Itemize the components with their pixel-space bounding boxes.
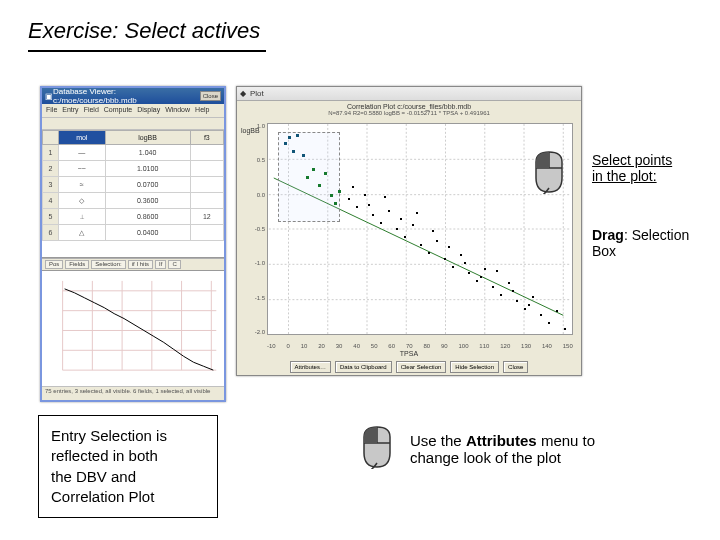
menu-help[interactable]: Help: [195, 106, 209, 117]
selection-box[interactable]: [278, 132, 340, 222]
plotwin-titlebar[interactable]: ◆ Plot: [237, 87, 581, 101]
mouse-icon: [532, 150, 566, 194]
dbv-statusbar: 75 entries, 3 selected, all visible. 6 f…: [42, 386, 224, 398]
clear-selection-button[interactable]: Clear Selection: [396, 361, 447, 373]
menu-display[interactable]: Display: [137, 106, 160, 117]
dbv-col-f3[interactable]: f3: [190, 131, 223, 145]
plot-yticks: 1.0 0.5 0.0 -0.5 -1.0 -1.5 -2.0: [251, 123, 265, 335]
filter-cancel[interactable]: C: [168, 260, 180, 269]
table-row[interactable]: 3≈0.0700: [43, 177, 224, 193]
plotwin-subtitle: Correlation Plot c:/course_files/bbb.mdb: [237, 101, 581, 110]
plot-xlabel: TPSA: [237, 350, 581, 357]
close-icon[interactable]: Close: [200, 91, 221, 101]
table-row[interactable]: 1—1.040: [43, 145, 224, 161]
filter-ifhits[interactable]: if I hits: [128, 260, 153, 269]
table-row[interactable]: 4◇0.3600: [43, 193, 224, 209]
filter-pos[interactable]: Pos: [45, 260, 63, 269]
dbv-miniplot-svg: [42, 271, 224, 386]
table-row[interactable]: 5⟂0.860012: [43, 209, 224, 225]
dbv-miniplot[interactable]: [42, 270, 224, 386]
dbv-titlebar[interactable]: ▣ Database Viewer: c:/moe/course/bbb.mdb…: [42, 88, 224, 104]
table-row[interactable]: 6△0.0400: [43, 225, 224, 241]
dbv-menubar[interactable]: File Entry Field Compute Display Window …: [42, 104, 224, 118]
table-row[interactable]: 2~~1.0100: [43, 161, 224, 177]
dbv-col-idx[interactable]: [43, 131, 59, 145]
plot-canvas[interactable]: [267, 123, 573, 335]
menu-file[interactable]: File: [46, 106, 57, 117]
close-button[interactable]: Close: [503, 361, 528, 373]
correlation-plot-window: ◆ Plot Correlation Plot c:/course_files/…: [236, 86, 582, 376]
slide-title: Exercise: Select actives: [0, 0, 720, 44]
dbv-window: ▣ Database Viewer: c:/moe/course/bbb.mdb…: [40, 86, 226, 402]
plotwin-title-icon: ◆: [240, 89, 246, 98]
dbv-col-mol[interactable]: mol: [59, 131, 106, 145]
menu-window[interactable]: Window: [165, 106, 190, 117]
filter-fields[interactable]: Fields: [65, 260, 89, 269]
attributes-button[interactable]: Attributes…: [290, 361, 331, 373]
plotwin-title-text: Plot: [250, 89, 264, 98]
filter-selection[interactable]: Selection:: [91, 260, 125, 269]
callout-drag: Drag: Selection Box: [592, 227, 702, 259]
plotwin-formula: N=87.94 R2=0.5880 logBB = -0.0152711 * T…: [237, 110, 581, 116]
hide-selection-button[interactable]: Hide Selection: [450, 361, 499, 373]
menu-compute[interactable]: Compute: [104, 106, 132, 117]
dbv-titlebar-icon: ▣: [45, 92, 53, 101]
data-to-clipboard-button[interactable]: Data to Clipboard: [335, 361, 392, 373]
dbv-table[interactable]: mol logBB f3 1—1.040 2~~1.0100 3≈0.0700 …: [42, 130, 224, 241]
dbv-title-text: Database Viewer: c:/moe/course/bbb.mdb: [53, 87, 200, 105]
menu-entry[interactable]: Entry: [62, 106, 78, 117]
dbv-col-logbb[interactable]: logBB: [105, 131, 190, 145]
slide-title-underline: [28, 50, 266, 52]
callout-attributes: Use the Attributes menu to change look o…: [410, 432, 640, 466]
dbv-header-row: mol logBB f3: [43, 131, 224, 145]
menu-field[interactable]: Field: [84, 106, 99, 117]
dbv-grid[interactable]: mol logBB f3 1—1.040 2~~1.0100 3≈0.0700 …: [42, 130, 224, 258]
mouse-icon: [360, 425, 394, 469]
dbv-toolbar: [42, 118, 224, 130]
filter-if[interactable]: If: [155, 260, 166, 269]
plot-xticks: -100102030405060708090100110120130140150: [267, 343, 573, 349]
callout-select-points: Select points in the plot:: [592, 152, 712, 184]
callout-entry-selection: Entry Selection is reflected in both the…: [38, 415, 218, 518]
dbv-filterbar[interactable]: Pos Fields Selection: if I hits If C: [42, 258, 224, 270]
plot-button-row: Attributes… Data to Clipboard Clear Sele…: [237, 361, 581, 373]
